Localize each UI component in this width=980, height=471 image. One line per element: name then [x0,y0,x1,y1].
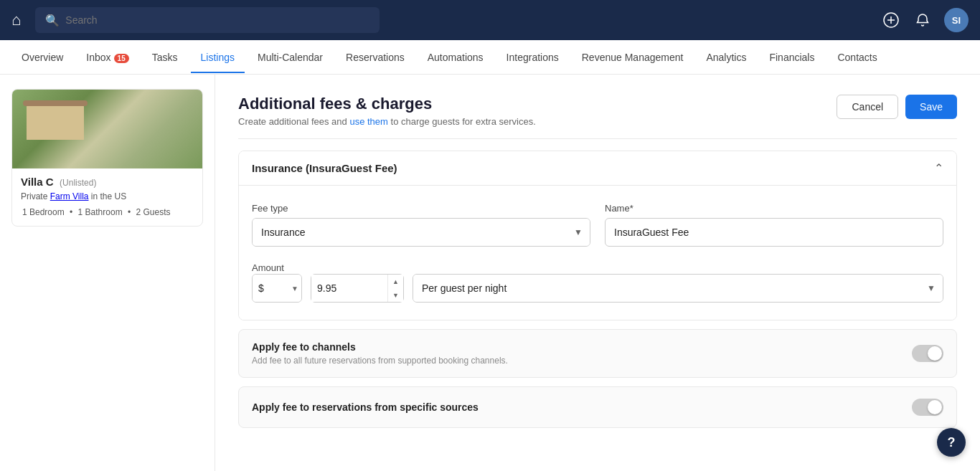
nav-multi-calendar[interactable]: Multi-Calendar [248,42,333,73]
apply-channels-toggle[interactable] [912,345,943,362]
search-icon: 🔍 [45,14,60,27]
property-details: 1 Bedroom • 1 Bathroom • 2 Guests [21,207,194,217]
search-box[interactable]: 🔍 [35,7,380,33]
property-name: Villa C [21,176,54,188]
header-actions: Cancel Save [837,95,957,119]
property-image [12,90,202,168]
add-icon[interactable] [881,10,901,30]
amount-down-button[interactable]: ▼ [388,288,403,302]
nav-listings[interactable]: Listings [191,42,245,73]
apply-channels-text: Apply fee to channels Add fee to all fut… [252,341,508,366]
avatar[interactable]: SI [944,8,969,32]
property-status: (Unlisted) [60,178,96,188]
nav-inbox[interactable]: Inbox15 [76,42,138,73]
fee-section-body: Fee type Insurance ▼ Name* [239,186,956,320]
page-header-left: Additional fees & charges Create additio… [238,95,536,127]
topbar: ⌂ 🔍 SI [0,0,980,40]
amount-label: Amount [252,262,284,273]
currency-select-wrapper[interactable]: $ ▼ [252,274,302,303]
nav-overview[interactable]: Overview [11,42,73,73]
divider [238,138,957,139]
fee-type-select[interactable]: Insurance [253,219,590,246]
amount-group: Amount $ ▼ ▲ [252,261,943,303]
apply-sources-section: Apply fee to reservations from specific … [238,386,957,428]
fee-section: Insurance (InsuraGuest Fee) ⌃ Fee type I… [238,151,957,320]
content: Additional fees & charges Create additio… [215,75,980,471]
amount-row: $ ▼ ▲ ▼ [252,274,943,303]
apply-channels-title: Apply fee to channels [252,341,508,353]
per-guest-select-wrapper[interactable]: Per guest per night Per night Per stay ▼ [413,274,943,303]
amount-up-button[interactable]: ▲ [388,275,403,288]
help-button[interactable]: ? [937,428,966,457]
apply-channels-row: Apply fee to channels Add fee to all fut… [252,341,943,366]
name-label: Name* [605,203,943,214]
save-button[interactable]: Save [905,95,957,119]
page-subtitle: Create additional fees and use them to c… [238,116,536,127]
fee-type-name-row: Fee type Insurance ▼ Name* [252,203,943,247]
fee-type-group: Fee type Insurance ▼ [252,203,590,247]
per-guest-select[interactable]: Per guest per night Per night Per stay [413,275,943,302]
fee-type-select-wrapper[interactable]: Insurance ▼ [252,218,590,247]
topbar-right: SI [881,8,969,32]
chevron-up-icon: ⌃ [934,161,943,175]
bell-icon[interactable] [913,10,933,30]
nav-revenue[interactable]: Revenue Management [572,42,694,73]
apply-sources-title: Apply fee to reservations from specific … [252,401,479,413]
currency-select[interactable]: $ [253,275,301,302]
nav-menu: Overview Inbox15 Tasks Listings Multi-Ca… [0,40,980,75]
nav-financials[interactable]: Financials [759,42,824,73]
page-header: Additional fees & charges Create additio… [238,95,957,127]
fee-type-label: Fee type [252,203,590,214]
apply-channels-section: Apply fee to channels Add fee to all fut… [238,329,957,378]
apply-sources-text: Apply fee to reservations from specific … [252,401,479,413]
property-info: Villa C (Unlisted) Private Farm Villa in… [12,168,202,217]
content-inner: Additional fees & charges Create additio… [215,75,980,471]
name-input[interactable] [605,218,943,247]
fee-section-title: Insurance (InsuraGuest Fee) [252,162,397,174]
nav-integrations[interactable]: Integrations [496,42,569,73]
property-card: Villa C (Unlisted) Private Farm Villa in… [11,89,203,227]
home-icon[interactable]: ⌂ [11,11,21,29]
cancel-button[interactable]: Cancel [837,95,898,119]
fee-section-header[interactable]: Insurance (InsuraGuest Fee) ⌃ [239,151,956,186]
amount-spinners: ▲ ▼ [387,275,403,302]
subtitle-link[interactable]: use them [349,116,387,127]
search-input[interactable] [65,14,369,26]
nav-analytics[interactable]: Analytics [696,42,756,73]
apply-channels-subtitle: Add fee to all future reservations from … [252,356,508,366]
nav-automations[interactable]: Automations [418,42,494,73]
page-title: Additional fees & charges [238,95,536,113]
name-group: Name* [605,203,943,247]
nav-tasks[interactable]: Tasks [142,42,188,73]
nav-contacts[interactable]: Contacts [827,42,887,73]
amount-input[interactable] [311,275,387,302]
main-layout: Villa C (Unlisted) Private Farm Villa in… [0,75,980,471]
farm-villa-link[interactable]: Farm Villa [50,191,89,201]
sidebar: Villa C (Unlisted) Private Farm Villa in… [0,75,215,471]
apply-sources-row: Apply fee to reservations from specific … [252,399,943,416]
nav-reservations[interactable]: Reservations [336,42,415,73]
property-type: Private Farm Villa in the US [21,191,194,201]
apply-sources-toggle[interactable] [912,399,943,416]
amount-input-wrapper[interactable]: ▲ ▼ [311,274,404,303]
inbox-badge: 15 [114,54,129,63]
